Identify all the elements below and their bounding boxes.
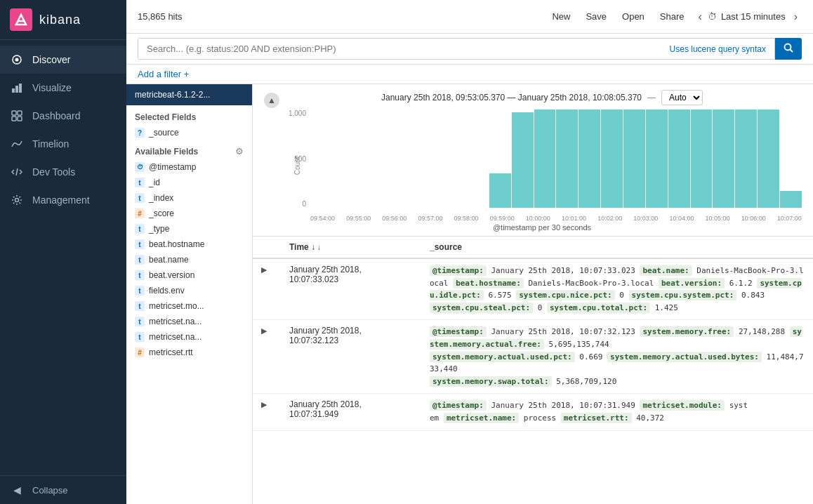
field-t-icon: t bbox=[135, 178, 145, 187]
sidebar-item-timelion[interactable]: Timelion bbox=[0, 130, 126, 158]
bar-18[interactable] bbox=[713, 110, 734, 208]
x-axis-label: @timestamp per 30 seconds bbox=[282, 222, 802, 236]
next-time-button[interactable]: › bbox=[790, 9, 802, 25]
y-label-1000: 1,000 bbox=[289, 110, 306, 117]
field-id[interactable]: t _id bbox=[126, 175, 252, 190]
management-icon bbox=[10, 193, 24, 207]
expand-button-3[interactable]: ▶ bbox=[261, 400, 267, 409]
bar-last[interactable] bbox=[780, 191, 802, 208]
field-score[interactable]: # _score bbox=[126, 206, 252, 221]
svg-point-12 bbox=[15, 199, 19, 202]
clock-icon: ⏱ bbox=[708, 11, 717, 22]
field-clock-icon: ⏱ bbox=[135, 162, 145, 172]
field-beat-version[interactable]: t beat.version bbox=[126, 267, 252, 283]
chart-area: ▲ January 25th 2018, 09:53:05.370 — Janu… bbox=[253, 84, 813, 237]
sidebar-item-dashboard[interactable]: Dashboard bbox=[0, 102, 126, 130]
table-row[interactable]: ▶ January 25th 2018, 10:07:32.123 @times… bbox=[253, 320, 813, 394]
timelion-icon bbox=[10, 137, 24, 151]
count-label: Count bbox=[293, 157, 301, 175]
table-row[interactable]: ▶ January 25th 2018, 10:07:31.949 @times… bbox=[253, 394, 813, 430]
hits-count: 15,865 hits bbox=[138, 11, 183, 22]
bars-container bbox=[310, 110, 802, 208]
sidebar-item-discover[interactable]: Discover bbox=[0, 46, 126, 74]
field-fields-env[interactable]: t fields.env bbox=[126, 283, 252, 298]
add-filter-button[interactable]: Add a filter + bbox=[138, 69, 189, 79]
bar-15[interactable] bbox=[646, 110, 668, 208]
table-header: Time ↓ _source bbox=[253, 237, 813, 259]
sidebar-management-label: Management bbox=[32, 194, 90, 206]
svg-point-3 bbox=[15, 58, 19, 62]
svg-line-11 bbox=[16, 168, 18, 175]
available-fields-title: Available Fields bbox=[135, 147, 198, 157]
svg-rect-10 bbox=[18, 117, 22, 121]
th-time[interactable]: Time ↓ bbox=[281, 237, 421, 258]
app-title: kibana bbox=[39, 13, 81, 27]
svg-rect-5 bbox=[15, 86, 18, 93]
new-button[interactable]: New bbox=[546, 8, 576, 25]
expand-button-1[interactable]: ▶ bbox=[261, 265, 267, 274]
field-timestamp[interactable]: ⏱ @timestamp bbox=[126, 159, 252, 175]
field-beat-name[interactable]: t beat.name bbox=[126, 252, 252, 267]
save-button[interactable]: Save bbox=[580, 8, 612, 25]
svg-rect-7 bbox=[12, 111, 16, 115]
chart-time-range: January 25th 2018, 09:53:05.370 — Januar… bbox=[381, 93, 642, 102]
td-expand-2[interactable]: ▶ bbox=[253, 320, 281, 393]
gear-icon[interactable]: ⚙ bbox=[235, 146, 244, 157]
svg-rect-6 bbox=[19, 84, 22, 93]
td-expand-3[interactable]: ▶ bbox=[253, 394, 281, 430]
td-time-1: January 25th 2018, 10:07:33.023 bbox=[281, 259, 421, 319]
chart-collapse-button[interactable]: ▲ bbox=[264, 93, 279, 108]
filter-bar: Add a filter + bbox=[126, 65, 813, 84]
selected-field-source[interactable]: ? _source bbox=[126, 125, 252, 140]
field-metricset-mo[interactable]: t metricset.mo... bbox=[126, 298, 252, 314]
chart-container: 1,000 500 0 Count bbox=[282, 110, 802, 222]
results-table: Time ↓ _source ▶ January 25th 2018, 10:0… bbox=[253, 237, 813, 504]
field-type-row[interactable]: t _type bbox=[126, 221, 252, 237]
sidebar-dashboard-label: Dashboard bbox=[32, 110, 81, 121]
expand-button-2[interactable]: ▶ bbox=[261, 326, 267, 336]
td-expand-1[interactable]: ▶ bbox=[253, 259, 281, 319]
available-fields-header: Available Fields ⚙ bbox=[126, 140, 252, 159]
search-button[interactable] bbox=[775, 38, 802, 60]
field-metricset-na1[interactable]: t metricset.na... bbox=[126, 314, 252, 329]
sidebar-visualize-label: Visualize bbox=[32, 82, 72, 93]
search-input[interactable] bbox=[138, 39, 661, 59]
field-index[interactable]: t _index bbox=[126, 190, 252, 206]
field-type-icon: ? bbox=[135, 128, 145, 138]
bar-9[interactable] bbox=[512, 112, 534, 208]
time-nav: ‹ ⏱ Last 15 minutes › bbox=[694, 9, 802, 25]
sidebar-item-management[interactable]: Management bbox=[0, 186, 126, 214]
bar-17[interactable] bbox=[691, 110, 713, 208]
topbar: 15,865 hits New Save Open Share ‹ ⏱ Last… bbox=[126, 0, 813, 34]
bar-12[interactable] bbox=[579, 110, 600, 208]
svg-rect-4 bbox=[12, 88, 15, 93]
bar-14[interactable] bbox=[623, 110, 645, 208]
devtools-icon bbox=[10, 165, 24, 179]
collapse-button[interactable]: ◀ Collapse bbox=[0, 475, 126, 504]
field-t-icon: t bbox=[135, 317, 145, 326]
bar-20[interactable] bbox=[758, 110, 779, 208]
field-metricset-rtt[interactable]: # metricset.rtt bbox=[126, 345, 252, 360]
topbar-actions: New Save Open Share ‹ ⏱ Last 15 minutes … bbox=[546, 8, 802, 25]
td-time-3: January 25th 2018, 10:07:31.949 bbox=[281, 394, 421, 430]
sidebar-discover-label: Discover bbox=[32, 54, 70, 65]
bar-10[interactable] bbox=[534, 110, 556, 208]
main-content: 15,865 hits New Save Open Share ‹ ⏱ Last… bbox=[126, 0, 813, 504]
share-button[interactable]: Share bbox=[654, 8, 690, 25]
open-button[interactable]: Open bbox=[616, 8, 650, 25]
sidebar-item-devtools[interactable]: Dev Tools bbox=[0, 158, 126, 186]
index-name[interactable]: metricbeat-6.1.2-2... bbox=[126, 84, 252, 105]
auto-interval-select[interactable]: Auto bbox=[661, 90, 703, 105]
prev-time-button[interactable]: ‹ bbox=[694, 9, 706, 25]
field-metricset-na2[interactable]: t metricset.na... bbox=[126, 329, 252, 345]
field-beat-hostname[interactable]: t beat.hostname bbox=[126, 237, 252, 252]
bar-13[interactable] bbox=[601, 110, 623, 208]
sidebar-item-visualize[interactable]: Visualize bbox=[0, 74, 126, 102]
bar-11[interactable] bbox=[556, 110, 578, 208]
bar-19[interactable] bbox=[735, 110, 757, 208]
logo-icon bbox=[10, 8, 32, 31]
bar-8[interactable] bbox=[489, 173, 511, 208]
field-hash-icon: # bbox=[135, 208, 145, 218]
bar-16[interactable] bbox=[668, 110, 690, 208]
table-row[interactable]: ▶ January 25th 2018, 10:07:33.023 @times… bbox=[253, 259, 813, 320]
